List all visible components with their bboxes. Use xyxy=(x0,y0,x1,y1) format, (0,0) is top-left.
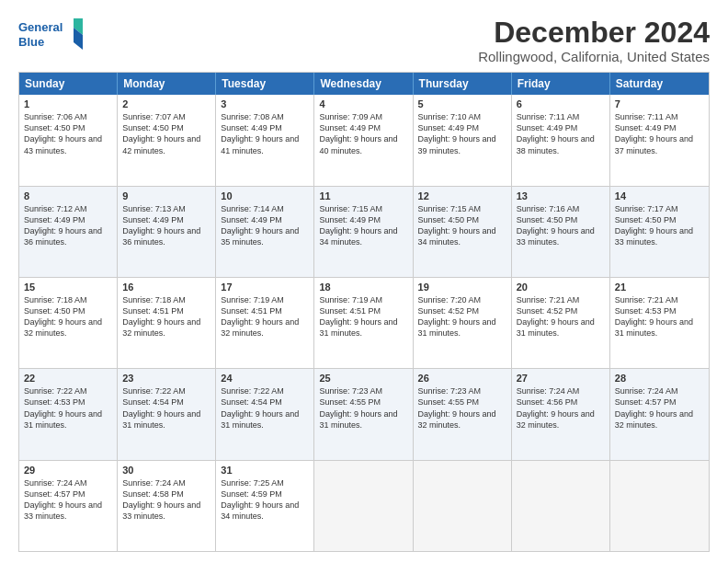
calendar: Sunday Monday Tuesday Wednesday Thursday… xyxy=(18,72,710,552)
table-row: 26Sunrise: 7:23 AMSunset: 4:55 PMDayligh… xyxy=(414,369,512,459)
page: General Blue December 2024 Rollingwood, … xyxy=(0,0,728,563)
table-row: 5Sunrise: 7:10 AMSunset: 4:49 PMDaylight… xyxy=(414,95,512,185)
svg-text:General: General xyxy=(18,20,63,34)
calendar-week-3: 15Sunrise: 7:18 AMSunset: 4:50 PMDayligh… xyxy=(19,278,709,369)
header-wednesday: Wednesday xyxy=(314,73,413,95)
table-row: 29Sunrise: 7:24 AMSunset: 4:57 PMDayligh… xyxy=(19,461,118,551)
header-saturday: Saturday xyxy=(610,73,709,95)
table-row: 31Sunrise: 7:25 AMSunset: 4:59 PMDayligh… xyxy=(216,461,314,551)
header-friday: Friday xyxy=(512,73,610,95)
logo-svg: General Blue xyxy=(18,17,83,52)
table-row: 13Sunrise: 7:16 AMSunset: 4:50 PMDayligh… xyxy=(512,187,610,277)
table-row: 14Sunrise: 7:17 AMSunset: 4:50 PMDayligh… xyxy=(610,187,709,277)
table-row: 18Sunrise: 7:19 AMSunset: 4:51 PMDayligh… xyxy=(314,278,413,368)
table-row: 10Sunrise: 7:14 AMSunset: 4:49 PMDayligh… xyxy=(216,187,314,277)
table-row xyxy=(414,461,512,551)
main-title: December 2024 xyxy=(478,17,710,49)
table-row: 28Sunrise: 7:24 AMSunset: 4:57 PMDayligh… xyxy=(610,369,709,459)
table-row: 21Sunrise: 7:21 AMSunset: 4:53 PMDayligh… xyxy=(610,278,709,368)
calendar-body: 1Sunrise: 7:06 AMSunset: 4:50 PMDaylight… xyxy=(19,95,709,551)
header: General Blue December 2024 Rollingwood, … xyxy=(18,17,710,64)
header-sunday: Sunday xyxy=(19,73,118,95)
table-row: 20Sunrise: 7:21 AMSunset: 4:52 PMDayligh… xyxy=(512,278,610,368)
table-row: 8Sunrise: 7:12 AMSunset: 4:49 PMDaylight… xyxy=(19,187,118,277)
svg-text:Blue: Blue xyxy=(18,35,44,49)
header-monday: Monday xyxy=(118,73,216,95)
table-row: 30Sunrise: 7:24 AMSunset: 4:58 PMDayligh… xyxy=(118,461,216,551)
logo: General Blue xyxy=(18,17,83,52)
table-row: 19Sunrise: 7:20 AMSunset: 4:52 PMDayligh… xyxy=(414,278,512,368)
table-row: 25Sunrise: 7:23 AMSunset: 4:55 PMDayligh… xyxy=(314,369,413,459)
table-row xyxy=(314,461,413,551)
table-row: 9Sunrise: 7:13 AMSunset: 4:49 PMDaylight… xyxy=(118,187,216,277)
table-row: 2Sunrise: 7:07 AMSunset: 4:50 PMDaylight… xyxy=(118,95,216,185)
table-row: 12Sunrise: 7:15 AMSunset: 4:50 PMDayligh… xyxy=(414,187,512,277)
title-block: December 2024 Rollingwood, California, U… xyxy=(478,17,710,64)
table-row: 15Sunrise: 7:18 AMSunset: 4:50 PMDayligh… xyxy=(19,278,118,368)
table-row: 23Sunrise: 7:22 AMSunset: 4:54 PMDayligh… xyxy=(118,369,216,459)
table-row: 22Sunrise: 7:22 AMSunset: 4:53 PMDayligh… xyxy=(19,369,118,459)
table-row: 16Sunrise: 7:18 AMSunset: 4:51 PMDayligh… xyxy=(118,278,216,368)
header-tuesday: Tuesday xyxy=(216,73,314,95)
table-row: 11Sunrise: 7:15 AMSunset: 4:49 PMDayligh… xyxy=(314,187,413,277)
table-row: 4Sunrise: 7:09 AMSunset: 4:49 PMDaylight… xyxy=(314,95,413,185)
subtitle: Rollingwood, California, United States xyxy=(478,49,710,64)
table-row: 3Sunrise: 7:08 AMSunset: 4:49 PMDaylight… xyxy=(216,95,314,185)
table-row: 27Sunrise: 7:24 AMSunset: 4:56 PMDayligh… xyxy=(512,369,610,459)
table-row: 17Sunrise: 7:19 AMSunset: 4:51 PMDayligh… xyxy=(216,278,314,368)
calendar-week-2: 8Sunrise: 7:12 AMSunset: 4:49 PMDaylight… xyxy=(19,187,709,278)
calendar-week-1: 1Sunrise: 7:06 AMSunset: 4:50 PMDaylight… xyxy=(19,95,709,186)
table-row: 6Sunrise: 7:11 AMSunset: 4:49 PMDaylight… xyxy=(512,95,610,185)
calendar-week-5: 29Sunrise: 7:24 AMSunset: 4:57 PMDayligh… xyxy=(19,461,709,551)
table-row: 7Sunrise: 7:11 AMSunset: 4:49 PMDaylight… xyxy=(610,95,709,185)
table-row: 1Sunrise: 7:06 AMSunset: 4:50 PMDaylight… xyxy=(19,95,118,185)
calendar-week-4: 22Sunrise: 7:22 AMSunset: 4:53 PMDayligh… xyxy=(19,369,709,460)
calendar-header: Sunday Monday Tuesday Wednesday Thursday… xyxy=(19,73,709,95)
table-row xyxy=(512,461,610,551)
table-row xyxy=(610,461,709,551)
table-row: 24Sunrise: 7:22 AMSunset: 4:54 PMDayligh… xyxy=(216,369,314,459)
header-thursday: Thursday xyxy=(414,73,512,95)
